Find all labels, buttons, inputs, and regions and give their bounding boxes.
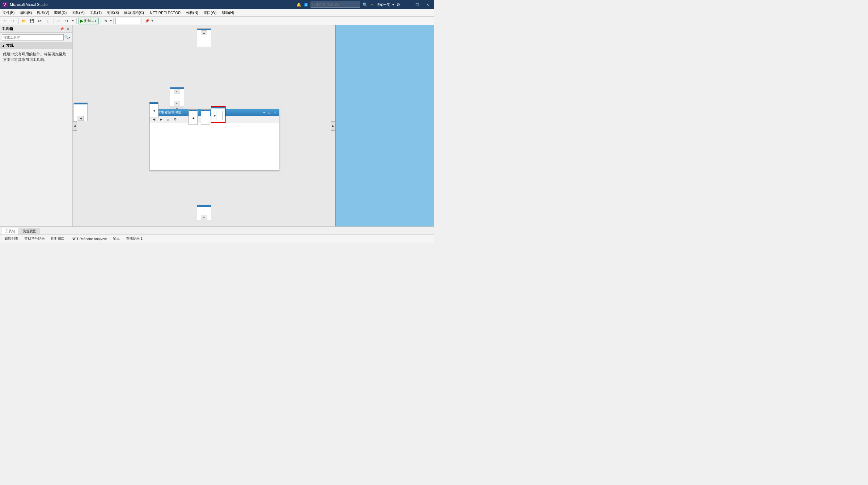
middle-left-widget: ◀	[73, 103, 88, 121]
nav-btn[interactable]: ⊞	[44, 18, 52, 24]
redo-btn[interactable]: ↪	[9, 18, 17, 24]
hp-inner-box	[217, 111, 223, 120]
menu-help[interactable]: 帮助(H)	[219, 9, 237, 17]
right-collapse-arrow: ▶	[332, 125, 334, 128]
run-dropdown-arrow[interactable]: ▾	[95, 20, 96, 23]
menu-team[interactable]: 团队(M)	[69, 9, 87, 17]
toolbox-panel: 工具箱 📌 ✕ 🔍▾ ▲ 常规 此组中没有可用的控件。将某项拖至此 文本可将其添…	[0, 25, 73, 226]
user-name: 博军一笑	[376, 2, 390, 7]
menu-arch[interactable]: 体系结构(C)	[121, 9, 147, 17]
bottom-center-widget: ▼	[197, 205, 211, 220]
hp-arrow-icon: ▶	[214, 114, 216, 117]
left-side-panel-widget: ◀	[149, 102, 158, 118]
menu-netreflector[interactable]: .NET REFLECTOR	[147, 9, 183, 17]
dropdown-arrow-1: ▾	[72, 19, 74, 23]
saw-body: ◀	[189, 111, 197, 125]
status-bar: 错误列表 查找符号结果 即时窗口 .NET Reflector Analyzer…	[0, 234, 434, 243]
solution-max-btn[interactable]: □	[267, 110, 272, 115]
app-title: Microsoft Visual Studio	[10, 2, 296, 7]
save-btn[interactable]: 💾	[28, 18, 35, 24]
toolbox-section-general[interactable]: ▲ 常规	[0, 42, 72, 49]
status-tab-reflector[interactable]: .NET Reflector Analyzer	[68, 236, 110, 241]
undo-btn2[interactable]: ↩	[55, 18, 62, 24]
toolbar: ↩ ↪ 📂 💾 🗂 ⊞ ↩ ↪ ▾ ▶ 附加... ▾ ↻ ▾ 📌 ▾	[0, 17, 434, 25]
menu-test[interactable]: 测试(S)	[104, 9, 121, 17]
warning-icon: ⚠	[370, 2, 374, 7]
save-all-btn[interactable]: 🗂	[36, 18, 43, 24]
bottom-tabs: 工具箱 资源视图	[0, 226, 434, 234]
user-dropdown-arrow[interactable]: ▾	[393, 3, 394, 6]
menu-analyze[interactable]: 分析(N)	[183, 9, 201, 17]
toolbox-search-input[interactable]	[2, 34, 64, 40]
solution-panel-controls: ▾ □ ✕	[261, 110, 278, 115]
widget-mid-body	[170, 94, 184, 101]
right-collapse-btn[interactable]: ▶	[331, 121, 335, 131]
widget-mid-scroll-down[interactable]: ▼	[174, 101, 180, 106]
left-side-widget-body[interactable]: ◀	[149, 102, 158, 118]
menu-view[interactable]: 视图(V)	[34, 9, 52, 17]
top-center-widget: ▲	[197, 28, 211, 47]
sol-nav-settings-btn[interactable]: ⚙	[172, 117, 178, 123]
widget-bc-body	[197, 207, 211, 215]
tab-resourceview[interactable]: 资源视图	[20, 228, 40, 234]
pin-btn[interactable]: 📌	[144, 18, 151, 24]
redo-btn2[interactable]: ↪	[63, 18, 70, 24]
open-btn[interactable]: 📂	[20, 18, 28, 24]
toolbox-pin-btn[interactable]: 📌	[59, 27, 64, 32]
solution-close-btn[interactable]: ✕	[273, 110, 278, 115]
toolbar-input[interactable]	[115, 18, 140, 24]
left-collapse-btn[interactable]: ◀	[73, 121, 77, 131]
menu-debug[interactable]: 调试(D)	[52, 9, 69, 17]
vs-logo-icon: V	[2, 2, 8, 7]
small-arrow-widget-left[interactable]: ◀	[188, 109, 198, 125]
menu-tools[interactable]: 工具(T)	[87, 9, 104, 17]
sol-nav-home-btn[interactable]: ⌂	[165, 117, 171, 123]
run-btn[interactable]: ▶ 附加... ▾	[78, 18, 99, 24]
minimize-btn[interactable]: —	[403, 2, 411, 8]
dropdown-arrow-2: ▾	[110, 19, 112, 23]
left-collapse-arrow: ◀	[73, 125, 76, 128]
run-icon: ▶	[80, 19, 84, 23]
title-bar-right: 🔔 8 🔍 ⚠ 博军一笑 ▾ ⚙ — ❐ ✕	[296, 2, 432, 8]
toolbox-empty-text: 此组中没有可用的控件。将某项拖至此 文本可将其添加到工具箱。	[0, 49, 72, 65]
mid-canvas-widget: ▲ ▼ ▼	[170, 87, 184, 112]
middle-plain-widget[interactable]	[201, 109, 210, 125]
widget-scroll-up-btn[interactable]: ▲	[201, 30, 207, 35]
toolbox-title: 工具箱	[2, 26, 28, 32]
toolbox-section-label: 常规	[6, 43, 13, 48]
sol-nav-forward-btn[interactable]: ▶	[158, 117, 164, 123]
status-tab-findresults1[interactable]: 查找结果 1	[123, 235, 145, 242]
tab-toolbox[interactable]: 工具箱	[2, 228, 19, 234]
menu-edit[interactable]: 编辑(E)	[17, 9, 34, 17]
restore-btn[interactable]: ❐	[413, 2, 421, 8]
toolbar-sep-2	[53, 18, 54, 24]
toolbox-close-btn[interactable]: ✕	[65, 27, 70, 32]
toolbar-sep-1	[18, 18, 19, 24]
title-bar: V Microsoft Visual Studio 🔔 8 🔍 ⚠ 博军一笑 ▾…	[0, 0, 434, 9]
svg-text:V: V	[3, 3, 6, 7]
hp-body: ▶	[211, 108, 225, 122]
undo-btn[interactable]: ↩	[1, 18, 9, 24]
solution-dropdown-btn[interactable]: ▾	[261, 110, 266, 115]
notification-icon[interactable]: 🔔	[296, 2, 301, 7]
toolbox-search-btn[interactable]: 🔍▾	[64, 34, 70, 41]
status-tab-errors[interactable]: 错误列表	[2, 235, 21, 242]
quick-launch-input[interactable]	[311, 2, 360, 8]
right-panel	[335, 25, 434, 226]
refresh-btn[interactable]: ↻	[102, 18, 110, 24]
status-tab-immediate[interactable]: 即时窗口	[48, 235, 67, 242]
run-label: 附加...	[84, 19, 94, 23]
quick-launch-search-icon[interactable]: 🔍	[363, 2, 368, 7]
widget-ml-arrow-icon[interactable]: ◀	[78, 116, 84, 121]
widget-bc-scroll-down[interactable]: ▼	[201, 215, 207, 220]
toolbar-sep-6	[142, 18, 142, 24]
widget-mid-scroll-up[interactable]: ▲	[174, 89, 180, 94]
status-tab-findresults[interactable]: 查找符号结果	[22, 235, 48, 242]
status-tab-output[interactable]: 输出	[110, 235, 123, 242]
close-btn[interactable]: ✕	[424, 2, 432, 8]
settings-btn[interactable]: ⚙	[397, 2, 400, 7]
menu-window[interactable]: 窗口(W)	[201, 9, 219, 17]
highlighted-panel[interactable]: ▶	[211, 106, 225, 123]
menu-bar: 文件(F) 编辑(E) 视图(V) 调试(D) 团队(M) 工具(T) 测试(S…	[0, 9, 434, 17]
menu-file[interactable]: 文件(F)	[0, 9, 17, 17]
